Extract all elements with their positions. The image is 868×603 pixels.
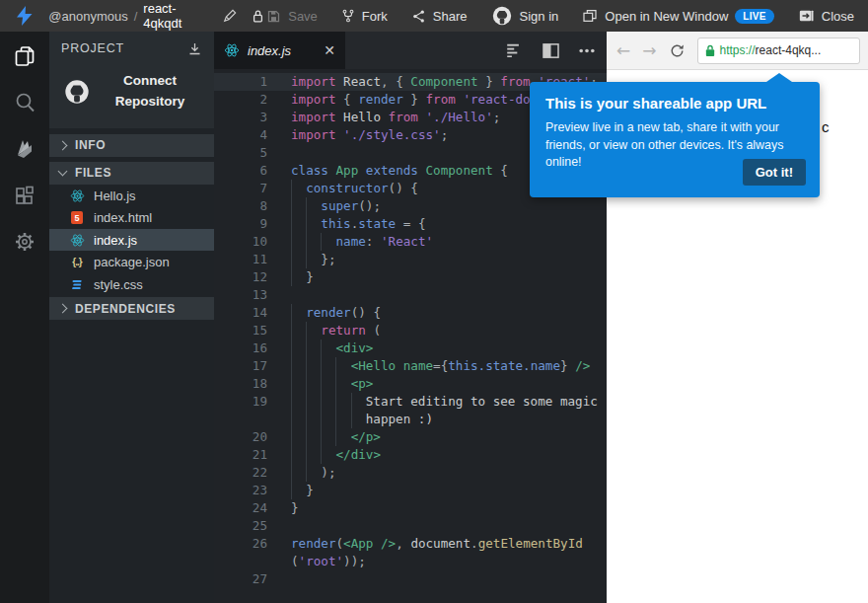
code-row[interactable]: 13 xyxy=(214,286,607,304)
code-row[interactable]: 8super(); xyxy=(214,197,607,215)
fork-label: Fork xyxy=(362,9,388,24)
settings-gear-icon[interactable] xyxy=(12,229,37,255)
tab-indexjs[interactable]: index.js ✕ xyxy=(214,32,345,69)
code-row[interactable]: 9this.state = { xyxy=(214,215,607,233)
forward-arrow-icon[interactable]: → xyxy=(642,42,656,59)
code-token: } xyxy=(306,483,314,497)
refresh-icon[interactable] xyxy=(669,42,686,59)
code-token: } xyxy=(291,500,299,515)
line-number: 23 xyxy=(214,482,267,499)
code-row[interactable]: 25 xyxy=(214,517,607,535)
code-token: import xyxy=(291,127,336,142)
code-row[interactable]: 22); xyxy=(214,464,607,482)
line-number: 12 xyxy=(214,268,267,286)
code-row[interactable]: 12} xyxy=(214,268,607,286)
indent-guide xyxy=(306,251,321,268)
files-panel-icon[interactable] xyxy=(12,43,37,69)
line-number: 18 xyxy=(214,375,267,393)
more-options-icon[interactable] xyxy=(579,48,595,53)
topbar-actions: Save Fork Share Sign xyxy=(266,5,868,27)
code-token: from xyxy=(500,74,530,89)
signin-button[interactable]: Sign in xyxy=(491,5,559,27)
indent-guide xyxy=(291,322,306,339)
code-token: /> xyxy=(575,358,590,373)
fork-button[interactable]: Fork xyxy=(341,8,388,24)
edit-pencil-icon[interactable] xyxy=(222,8,238,24)
code-row[interactable]: 23} xyxy=(214,482,607,499)
prettify-icon[interactable] xyxy=(507,43,523,57)
code-row[interactable]: 21</div> xyxy=(214,446,607,464)
code-token: extends xyxy=(366,163,418,178)
line-number: 10 xyxy=(214,233,267,251)
tab-close-icon[interactable]: ✕ xyxy=(324,43,335,57)
code-row[interactable]: 24} xyxy=(214,499,607,517)
code-token: constructor xyxy=(306,181,388,195)
code-token: { xyxy=(493,163,508,178)
signin-label: Sign in xyxy=(520,9,559,24)
section-files[interactable]: FILES xyxy=(49,162,214,185)
extensions-icon[interactable] xyxy=(12,183,37,208)
code-row[interactable]: 19Start editing to see some magic xyxy=(214,393,607,411)
indent-guide xyxy=(306,446,321,464)
code-row[interactable]: 10name: 'React' xyxy=(214,233,607,251)
connect-repository-button[interactable]: Connect Repository xyxy=(49,65,214,128)
shareable-url-popup: This is your shareable app URL Preview l… xyxy=(530,82,820,197)
code-row[interactable]: 18<p> xyxy=(214,375,607,393)
code-token: () { xyxy=(389,181,418,195)
code-row[interactable]: 27 xyxy=(214,570,607,588)
code-row[interactable]: happen :) xyxy=(214,411,607,428)
code-row[interactable]: ('root')); xyxy=(214,553,607,570)
section-dependencies-label: DEPENDENCIES xyxy=(75,302,176,316)
file-item-package.json[interactable]: {..}package.json xyxy=(49,251,214,273)
url-bar[interactable]: https://react-4qkq... xyxy=(697,38,861,64)
live-book-icon[interactable] xyxy=(12,136,37,162)
section-dependencies[interactable]: DEPENDENCIES xyxy=(49,297,214,320)
file-item-index.js[interactable]: index.js xyxy=(49,229,214,252)
save-button[interactable]: Save xyxy=(266,9,318,24)
indent-guide xyxy=(321,411,335,428)
code-token: () { xyxy=(351,305,381,320)
activity-bar xyxy=(0,32,49,603)
download-icon[interactable] xyxy=(187,41,202,56)
file-name: style.css xyxy=(94,277,143,292)
indent-guide xyxy=(291,411,306,428)
section-info[interactable]: INFO xyxy=(49,134,214,157)
file-name: index.html xyxy=(94,210,152,225)
got-it-button[interactable]: Got it! xyxy=(743,159,806,186)
privacy-lock-icon[interactable] xyxy=(250,8,266,25)
back-arrow-icon[interactable]: ← xyxy=(616,42,630,59)
split-view-icon[interactable] xyxy=(542,43,559,58)
code-row[interactable]: 11}; xyxy=(214,251,607,268)
indent-guide xyxy=(335,375,350,393)
code-row[interactable]: 14render() { xyxy=(214,304,607,322)
code-row[interactable]: 16<div> xyxy=(214,339,607,357)
code-token: ={ xyxy=(433,358,448,373)
code-token: './style.css' xyxy=(336,127,441,142)
open-new-window-button[interactable]: Open in New Window LIVE xyxy=(582,8,773,24)
file-item-index.html[interactable]: 5index.html xyxy=(49,206,214,229)
code-token: this xyxy=(321,216,350,231)
code-row[interactable]: 15return ( xyxy=(214,322,607,339)
file-item-Hello.js[interactable]: Hello.js xyxy=(49,185,214,207)
code-token: <Hello xyxy=(351,358,397,373)
search-icon[interactable] xyxy=(12,90,37,115)
share-button[interactable]: Share xyxy=(411,9,468,24)
close-button[interactable]: Close xyxy=(798,8,854,24)
line-number: 4 xyxy=(214,126,267,144)
react-file-icon xyxy=(69,188,85,203)
code-row[interactable]: 17<Hello name={this.state.name} /> xyxy=(214,357,607,375)
code-text: import Hello from './Hello'; xyxy=(291,109,500,126)
code-token: return xyxy=(321,323,366,338)
line-number: 6 xyxy=(214,162,267,180)
code-token: Component xyxy=(426,163,493,178)
code-row[interactable]: 26render(<App />, document.getElementByI… xyxy=(214,535,607,553)
code-token: <App xyxy=(343,536,373,551)
line-number: 13 xyxy=(214,286,267,304)
code-row[interactable]: 20</p> xyxy=(214,428,607,446)
breadcrumb-user[interactable]: @anonymous xyxy=(48,9,127,24)
breadcrumb-project[interactable]: react-4qkqdt xyxy=(143,1,212,31)
code-text: this.state = { xyxy=(291,215,426,233)
file-item-style.css[interactable]: style.css xyxy=(49,273,214,296)
code-token: </div> xyxy=(335,447,381,462)
app-logo[interactable] xyxy=(0,6,48,26)
